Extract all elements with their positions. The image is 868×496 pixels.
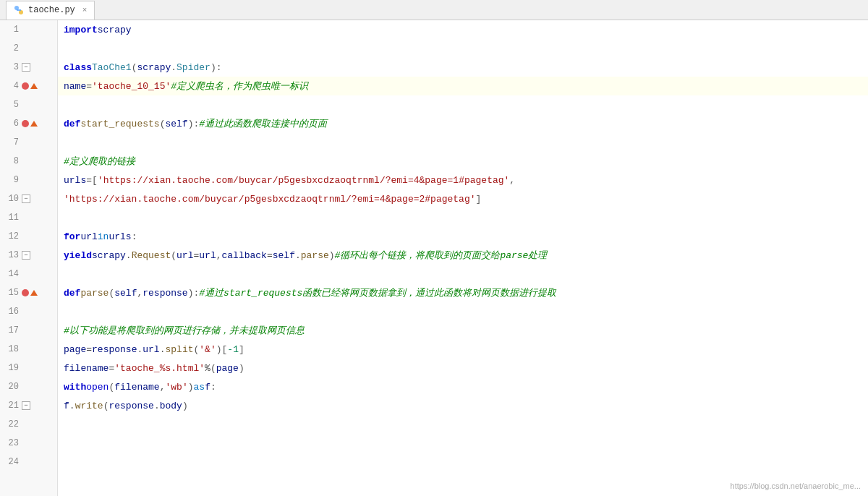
gutter-row-4: 4 — [0, 77, 57, 95]
code-line-20: with open(filename,'wb') as f: — [58, 377, 868, 396]
gutter-row-1: 1 — [0, 20, 57, 39]
line-number: 16 — [3, 307, 19, 317]
python-icon — [14, 5, 24, 15]
gutter-row-23: 23 — [0, 434, 57, 453]
code-line-18: page = response.url.split('&')[-1] — [58, 340, 868, 359]
breakpoint-dot[interactable] — [22, 120, 29, 127]
fold-button[interactable]: − — [22, 401, 30, 410]
line-number: 8 — [3, 156, 19, 166]
line-number: 2 — [3, 43, 19, 54]
code-line-17: #以下功能是将爬取到的网页进行存储，并未提取网页信息 — [58, 321, 868, 340]
gutter-row-22: 22 — [0, 415, 57, 434]
line-number: 18 — [3, 344, 19, 354]
line-number: 7 — [3, 137, 19, 147]
fold-button[interactable]: − — [22, 63, 30, 72]
line-markers: − — [22, 63, 30, 72]
code-line-1: import scrapy — [58, 20, 868, 39]
code-line-21: f.write(response.body) — [58, 396, 868, 415]
code-line-24 — [58, 453, 868, 471]
line-number: 3 — [3, 62, 19, 72]
line-number: 5 — [3, 100, 19, 110]
gutter-row-2: 2 — [0, 39, 57, 58]
breakpoint-dot[interactable] — [22, 82, 29, 90]
watermark: https://blog.csdn.net/anaerobic_me... — [731, 482, 861, 490]
code-line-15: def parse(self, response): #通过start_requ… — [58, 283, 868, 302]
code-line-6: def start_requests(self): #通过此函数爬取连接中的页面 — [58, 114, 868, 133]
gutter-row-6: 6 — [0, 114, 57, 133]
svg-point-0 — [14, 6, 19, 10]
gutter-row-10: 10− — [0, 189, 57, 208]
line-number: 14 — [3, 269, 19, 279]
code-line-14 — [58, 265, 868, 283]
line-number: 17 — [3, 325, 19, 335]
code-line-7 — [58, 133, 868, 152]
line-number: 20 — [3, 382, 19, 392]
gutter-row-13: 13− — [0, 246, 57, 265]
line-number: 23 — [3, 438, 19, 448]
code-line-22 — [58, 415, 868, 434]
code-line-23 — [58, 434, 868, 453]
execution-arrow — [30, 83, 38, 89]
gutter-row-7: 7 — [0, 133, 57, 152]
gutter-row-19: 19 — [0, 359, 57, 377]
line-number: 11 — [3, 213, 19, 223]
gutter-row-9: 9 — [0, 171, 57, 189]
title-bar: taoche.py × — [0, 0, 868, 20]
code-area[interactable]: import scrapy class TaoChe1(scrapy.Spide… — [58, 20, 868, 496]
line-number: 19 — [3, 363, 19, 373]
line-markers — [22, 289, 38, 296]
line-number: 1 — [3, 25, 19, 35]
line-number: 22 — [3, 419, 19, 429]
line-number: 12 — [3, 231, 19, 241]
gutter-row-12: 12 — [0, 227, 57, 246]
editor: 123−45678910−111213−1415161718192021−222… — [0, 20, 868, 496]
gutter-row-15: 15 — [0, 283, 57, 302]
gutter-row-17: 17 — [0, 321, 57, 340]
gutter-row-14: 14 — [0, 265, 57, 283]
line-markers: − — [22, 401, 30, 410]
line-number: 10 — [3, 194, 19, 204]
fold-button[interactable]: − — [22, 251, 30, 260]
fold-button[interactable]: − — [22, 194, 30, 203]
line-number: 4 — [3, 81, 19, 91]
code-line-8: #定义爬取的链接 — [58, 152, 868, 171]
line-markers: − — [22, 194, 30, 203]
execution-arrow — [30, 121, 38, 127]
code-line-11 — [58, 208, 868, 227]
execution-arrow — [30, 290, 38, 296]
code-line-19: filename = 'taoche_%s.html'%(page) — [58, 359, 868, 377]
tab-close-button[interactable]: × — [82, 6, 88, 14]
file-tab[interactable]: taoche.py × — [6, 1, 95, 20]
gutter-row-18: 18 — [0, 340, 57, 359]
tab-label: taoche.py — [28, 5, 75, 15]
line-number: 6 — [3, 119, 19, 129]
line-number: 9 — [3, 175, 19, 185]
code-line-12: for url in urls: — [58, 227, 868, 246]
gutter-row-16: 16 — [0, 302, 57, 321]
gutter-row-20: 20 — [0, 377, 57, 396]
line-markers: − — [22, 251, 30, 260]
gutter-row-8: 8 — [0, 152, 57, 171]
gutter-row-21: 21− — [0, 396, 57, 415]
line-markers — [22, 82, 38, 90]
line-number-gutter: 123−45678910−111213−1415161718192021−222… — [0, 20, 58, 496]
line-number: 13 — [3, 250, 19, 260]
gutter-row-24: 24 — [0, 453, 57, 471]
line-number: 24 — [3, 457, 19, 467]
breakpoint-dot[interactable] — [22, 289, 29, 296]
code-line-3: class TaoChe1(scrapy.Spider): — [58, 58, 868, 77]
code-line-16 — [58, 302, 868, 321]
code-line-4: name = 'taoche_10_15' #定义爬虫名，作为爬虫唯一标识 — [58, 77, 868, 95]
code-line-5 — [58, 95, 868, 114]
line-markers — [22, 120, 38, 127]
gutter-row-5: 5 — [0, 95, 57, 114]
line-number: 21 — [3, 401, 19, 411]
code-line-2 — [58, 39, 868, 58]
svg-point-1 — [19, 10, 23, 14]
code-line-13: yield scrapy.Request(url=url,callback=se… — [58, 246, 868, 265]
line-number: 15 — [3, 288, 19, 298]
code-line-10: 'https://xian.taoche.com/buycar/p5gesbxc… — [58, 189, 868, 208]
code-line-9: urls = ['https://xian.taoche.com/buycar/… — [58, 171, 868, 189]
gutter-row-3: 3− — [0, 58, 57, 77]
gutter-row-11: 11 — [0, 208, 57, 227]
